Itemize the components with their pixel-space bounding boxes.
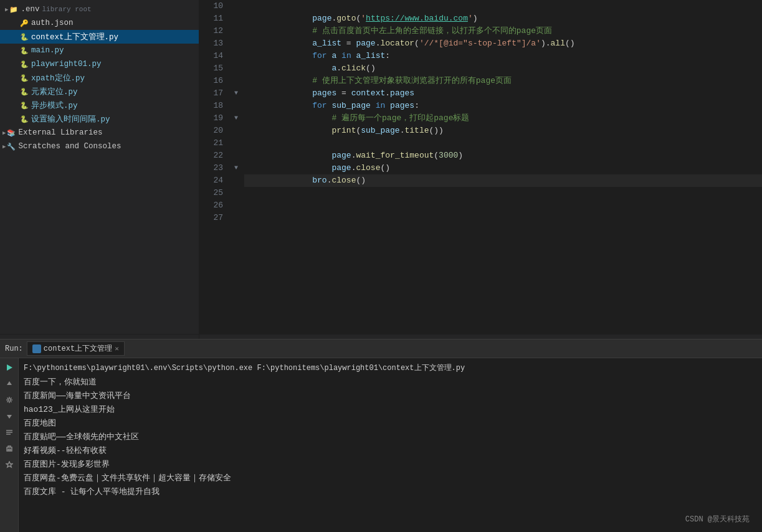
folder-icon-env: 📁 [9, 6, 18, 14]
ln-26: 26 [199, 199, 223, 212]
command-line: F:\pythonitems\playwright01\.env\Scripts… [24, 361, 757, 376]
run-tab-icon [32, 344, 41, 353]
ln-16: 16 [199, 75, 223, 87]
arrow-extlibs: ▶ [2, 130, 6, 136]
settings-btn[interactable] [2, 393, 16, 407]
output-5: 百度贴吧——全球领先的中文社区 [24, 430, 757, 444]
main-area: ▶ 📁 .env library root 🔑 auth.json 🐍 cont… [0, 0, 762, 339]
settings-label: 设置输入时间间隔.py [31, 114, 110, 125]
ln-20: 20 [199, 125, 223, 137]
ln-17: 17 [199, 87, 223, 100]
fold-27 [231, 212, 242, 224]
sidebar-item-context[interactable]: 🐍 context上下文管理.py [0, 30, 199, 44]
file-icon-async: 🐍 [20, 102, 29, 110]
print-btn[interactable] [2, 442, 16, 455]
sidebar-item-element[interactable]: 🐍 元素定位.py [0, 85, 199, 98]
fold-23[interactable]: ▼ [231, 162, 242, 174]
output-9: 百度文库 - 让每个人平等地提升自我 [24, 485, 757, 499]
scroll-up-btn[interactable] [2, 377, 16, 391]
ln-10: 10 [199, 0, 223, 12]
console-output[interactable]: F:\pythonitems\playwright01\.env\Scripts… [19, 358, 762, 532]
env-label: .env [21, 5, 39, 14]
output-2: 百度新闻——海量中文资讯平台 [24, 389, 757, 403]
code-line-26 [244, 199, 762, 212]
fold-19[interactable]: ▼ [231, 112, 242, 125]
line-numbers: 10 11 12 13 14 15 16 17 18 19 20 21 22 2… [199, 0, 231, 334]
ln-25: 25 [199, 187, 223, 199]
code-container: 10 11 12 13 14 15 16 17 18 19 20 21 22 2… [199, 0, 762, 334]
sidebar-item-extlibs[interactable]: ▶ 📚 External Libraries [0, 126, 199, 140]
ln-23: 23 [199, 162, 223, 174]
extlibs-label: External Libraries [18, 128, 102, 137]
fold-20 [231, 125, 242, 137]
fold-17[interactable]: ▼ [231, 87, 242, 100]
sidebar-scrollbar[interactable] [0, 334, 199, 339]
output-3: hao123_上网从这里开始 [24, 403, 757, 417]
ln-11: 11 [199, 12, 223, 25]
editor-area: 10 11 12 13 14 15 16 17 18 19 20 21 22 2… [199, 0, 762, 339]
panel-side-toolbar [0, 358, 19, 532]
scratches-label: Scratches and Consoles [18, 142, 121, 151]
sidebar-item-async[interactable]: 🐍 异步模式.py [0, 98, 199, 112]
element-label: 元素定位.py [31, 87, 78, 97]
sidebar-item-xpath[interactable]: 🐍 xpath定位.py [0, 71, 199, 85]
run-tab-close[interactable]: ✕ [115, 344, 119, 353]
run-tab-context[interactable]: context上下文管理 ✕ [27, 341, 125, 356]
ln-21: 21 [199, 137, 223, 150]
env-subtext: library root [42, 6, 91, 13]
play-btn[interactable] [2, 361, 16, 374]
svg-marker-0 [7, 364, 12, 371]
async-label: 异步模式.py [31, 100, 78, 111]
code-line-21: page.wait_for_timeout(3000) [244, 137, 762, 150]
format-btn[interactable] [2, 425, 16, 439]
arrow-scratches: ▶ [2, 143, 6, 150]
fold-10 [231, 0, 242, 12]
fold-25 [231, 187, 242, 199]
code-line-10: page.goto('https://www.baidu.com') [244, 0, 762, 12]
xpath-label: xpath定位.py [31, 73, 85, 83]
sidebar-item-env[interactable]: ▶ 📁 .env library root [0, 2, 199, 16]
output-8: 百度网盘-免费云盘｜文件共享软件｜超大容量｜存储安全 [24, 472, 757, 485]
playwright-label: playwright01.py [31, 60, 102, 69]
file-icon-auth: 🔑 [20, 19, 29, 27]
fold-16 [231, 75, 242, 87]
sidebar-item-scratches[interactable]: ▶ 🔧 Scratches and Consoles [0, 140, 199, 153]
file-icon-context: 🐍 [20, 33, 29, 41]
file-icon-settings: 🐍 [20, 115, 29, 123]
context-label: context上下文管理.py [31, 32, 118, 42]
scratches-icon: 🔧 [7, 143, 16, 151]
code-content[interactable]: page.goto('https://www.baidu.com') # 点击百… [242, 0, 762, 334]
sidebar-item-playwright[interactable]: 🐍 playwright01.py [0, 57, 199, 71]
fold-12 [231, 25, 242, 37]
svg-rect-8 [8, 449, 11, 450]
fold-18 [231, 100, 242, 112]
file-icon-playwright: 🐍 [20, 60, 29, 69]
panel-content: F:\pythonitems\playwright01\.env\Scripts… [0, 358, 762, 532]
fold-24 [231, 174, 242, 187]
ln-12: 12 [199, 25, 223, 37]
fold-14 [231, 50, 242, 62]
svg-point-2 [8, 399, 11, 401]
output-1: 百度一下，你就知道 [24, 376, 757, 389]
ln-14: 14 [199, 50, 223, 62]
file-icon-xpath: 🐍 [20, 74, 29, 82]
ln-13: 13 [199, 37, 223, 50]
output-4: 百度地图 [24, 417, 757, 430]
fold-gutter: ▼ ▼ ▼ [231, 0, 242, 334]
code-line-27 [244, 212, 762, 224]
sidebar-item-settings[interactable]: 🐍 设置输入时间间隔.py [0, 112, 199, 126]
editor-scrollbar-h[interactable] [199, 334, 762, 339]
file-icon-main: 🐍 [20, 47, 29, 55]
run-toolbar: Run: context上下文管理 ✕ [0, 340, 762, 358]
watermark: CSDN @景天科技苑 [685, 514, 750, 525]
bottom-panel: Run: context上下文管理 ✕ [0, 339, 762, 532]
pin-btn[interactable] [2, 458, 16, 472]
fold-21 [231, 137, 242, 150]
scroll-down-btn[interactable] [2, 409, 16, 423]
sidebar-item-auth[interactable]: 🔑 auth.json [0, 16, 199, 30]
sidebar: ▶ 📁 .env library root 🔑 auth.json 🐍 cont… [0, 0, 199, 339]
run-tab-name: context上下文管理 [44, 343, 112, 354]
fold-15 [231, 62, 242, 75]
sidebar-item-main[interactable]: 🐍 main.py [0, 44, 199, 57]
ln-27: 27 [199, 212, 223, 224]
